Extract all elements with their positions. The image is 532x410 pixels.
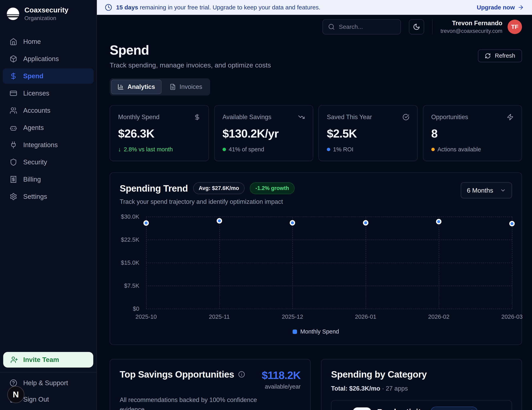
gear-icon	[10, 193, 17, 200]
trend-title-row: Spending Trend Avg: $27.6K/mo -1.2% grow…	[120, 182, 294, 194]
savings-amount-block: $118.2K available/year	[262, 369, 301, 390]
sidebar-item-billing[interactable]: Billing	[3, 172, 94, 187]
x-axis-tick: 2026-01	[355, 314, 376, 320]
sidebar: Coaxsecurity Organization Home Applicati…	[0, 0, 97, 410]
savings-amount-caption: available/year	[262, 383, 301, 390]
user-menu[interactable]: Trevon Fernando trevon@coaxsecurity.com …	[440, 20, 522, 34]
category-name: Productivity	[377, 407, 426, 410]
stat-card-opportunities[interactable]: Opportunities 8 Actions available	[423, 105, 522, 161]
stat-card-header: Monthly Spend	[118, 114, 200, 121]
tab-invoices[interactable]: Invoices	[163, 80, 209, 94]
data-point[interactable]	[290, 220, 295, 225]
org-logo	[7, 8, 19, 20]
sign-out-label: Sign Out	[23, 396, 49, 403]
sidebar-item-integrations[interactable]: Integrations	[3, 137, 94, 153]
x-axis-tick: 2025-11	[209, 314, 229, 320]
gridline-horizontal	[146, 286, 512, 286]
category-name-row: Productivity Largest spend	[377, 407, 478, 410]
sidebar-item-applications[interactable]: Applications	[3, 51, 94, 67]
sidebar-item-accounts[interactable]: Accounts	[3, 103, 94, 118]
trend-chart: $30.0K$22.5K$15.0K$7.5K$0 2025-102025-11…	[120, 217, 512, 335]
sidebar-item-label: Licenses	[23, 89, 49, 97]
org-header[interactable]: Coaxsecurity Organization	[0, 0, 96, 25]
zap-icon	[507, 114, 513, 121]
plug-icon	[10, 141, 17, 149]
category-item[interactable]: 1 Productivity Largest spend 8 apps	[331, 400, 512, 410]
header-divider	[432, 19, 433, 34]
y-axis-tick: $0	[133, 305, 139, 312]
info-icon[interactable]	[238, 371, 245, 378]
stat-note: 41% of spend	[223, 146, 305, 153]
stat-value: $130.2K/yr	[223, 127, 305, 140]
sidebar-item-spend[interactable]: Spend	[3, 68, 94, 84]
data-point[interactable]	[509, 221, 515, 226]
sidebar-item-home[interactable]: Home	[3, 34, 94, 49]
gridline-horizontal	[146, 309, 512, 309]
sidebar-item-agents[interactable]: Agents	[3, 120, 94, 135]
category-total: Total: $26.3K/mo	[331, 385, 380, 392]
search-input[interactable]	[338, 23, 395, 30]
stat-card-header: Saved This Year	[327, 114, 409, 121]
page-subtitle: Track spending, manage invoices, and opt…	[110, 61, 271, 69]
stat-note: ↓ 2.8% vs last month	[118, 146, 200, 153]
stat-card-available-savings[interactable]: Available Savings $130.2K/yr 41% of spen…	[214, 105, 314, 161]
gridline-horizontal	[146, 263, 512, 263]
tab-analytics[interactable]: Analytics	[111, 80, 162, 94]
gridline-vertical	[512, 217, 512, 309]
trial-days: 15 days	[116, 4, 138, 11]
stat-note: 1% ROI	[327, 146, 409, 153]
sidebar-item-label: Security	[23, 158, 47, 166]
app-header: Trevon Fernando trevon@coaxsecurity.com …	[110, 15, 522, 34]
chart-legend: Monthly Spend	[120, 328, 512, 335]
stat-note-text: 2.8% vs last month	[124, 146, 173, 153]
stat-label: Available Savings	[223, 114, 271, 121]
tab-group: Analytics Invoices	[110, 78, 210, 95]
trend-plot	[146, 217, 512, 309]
tabs-row: Analytics Invoices	[110, 78, 522, 95]
y-axis-tick: $15.0K	[121, 259, 139, 266]
spending-trend-card: Spending Trend Avg: $27.6K/mo -1.2% grow…	[110, 172, 522, 345]
savings-title: Top Savings Opportunities	[120, 369, 234, 380]
page-title-block: Spend Track spending, manage invoices, a…	[110, 42, 271, 69]
savings-header: Top Savings Opportunities $118.2K availa…	[120, 369, 301, 390]
refresh-icon	[485, 53, 491, 59]
bot-icon	[10, 124, 17, 132]
avatar[interactable]: TF	[508, 20, 522, 34]
stat-note-text: Actions available	[437, 146, 481, 153]
invite-team-button[interactable]: Invite Team	[3, 352, 93, 368]
floating-n-badge[interactable]: N	[7, 386, 24, 403]
sidebar-item-licenses[interactable]: Licenses	[3, 86, 94, 101]
data-point[interactable]	[436, 219, 442, 224]
trend-ylabels: $30.0K$22.5K$15.0K$7.5K$0	[120, 217, 144, 309]
page-head: Spend Track spending, manage invoices, a…	[110, 42, 522, 69]
data-point[interactable]	[363, 220, 368, 225]
avatar-initials: TF	[511, 23, 519, 30]
stat-label: Opportunities	[431, 114, 468, 121]
stat-card-monthly-spend[interactable]: Monthly Spend $26.3K ↓ 2.8% vs last mont…	[110, 105, 209, 161]
theme-toggle-button[interactable]	[409, 19, 424, 34]
range-select[interactable]: 6 Months	[461, 182, 512, 198]
data-point[interactable]	[143, 220, 149, 226]
data-point[interactable]	[217, 218, 222, 224]
trending-down-icon	[298, 114, 305, 121]
savings-title-row: Top Savings Opportunities	[120, 369, 245, 380]
x-axis-tick: 2026-03	[501, 314, 522, 320]
stat-card-saved-this-year[interactable]: Saved This Year $2.5K 1% ROI	[318, 105, 418, 161]
sidebar-item-settings[interactable]: Settings	[3, 189, 94, 204]
org-text: Coaxsecurity Organization	[24, 6, 68, 21]
stat-card-header: Available Savings	[223, 114, 305, 121]
floating-n-letter: N	[13, 390, 19, 399]
sidebar-item-label: Applications	[23, 55, 59, 63]
upgrade-now-label: Upgrade now	[477, 4, 515, 11]
category-total-line: Total: $26.3K/mo · 27 apps	[331, 385, 512, 392]
sidebar-item-label: Billing	[23, 176, 41, 183]
search-box[interactable]	[323, 19, 401, 34]
sidebar-item-label: Integrations	[23, 141, 58, 149]
help-support-label: Help & Support	[23, 379, 68, 387]
refresh-button[interactable]: Refresh	[478, 49, 522, 62]
sidebar-item-security[interactable]: Security	[3, 154, 94, 170]
shield-icon	[10, 158, 17, 166]
upgrade-now-link[interactable]: Upgrade now	[477, 4, 524, 11]
top-savings-card: Top Savings Opportunities $118.2K availa…	[110, 359, 311, 410]
gridline-horizontal	[146, 240, 512, 240]
